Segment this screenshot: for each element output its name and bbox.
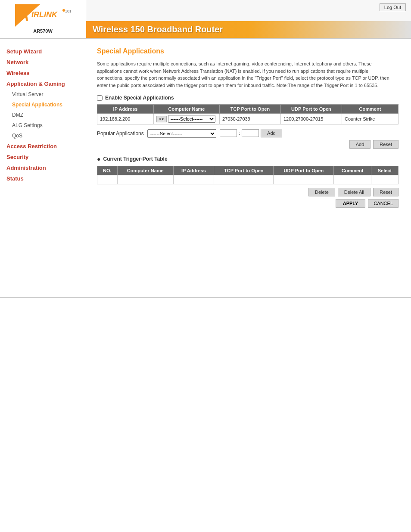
header-right: Log Out Wireless 150 Broadband Router	[86, 0, 411, 38]
enable-label[interactable]: Enable Special Applications	[105, 95, 174, 101]
logo-area: A IRLINK 101 AR570W	[0, 0, 86, 38]
bullet-icon: ●	[97, 156, 100, 162]
delete-button[interactable]: Delete	[308, 188, 335, 196]
trigger-col-name: Computer Name	[117, 166, 173, 175]
popular-select[interactable]: ------Select------ Counter Strike FTP HT…	[147, 129, 216, 138]
header-top-bar: Log Out	[91, 3, 406, 11]
popular-row: Popular Applications ------Select------ …	[97, 129, 399, 138]
sidebar-item-security[interactable]: Security	[0, 152, 86, 162]
cancel-button[interactable]: CANCEL	[368, 199, 399, 208]
header-title: Wireless 150 Broadband Router	[93, 25, 405, 34]
trigger-cell	[97, 175, 118, 184]
add-field-input2[interactable]	[242, 129, 259, 137]
footer	[0, 297, 411, 310]
trigger-col-udp: UDP Port to Open	[274, 166, 334, 175]
ip-cell: 192.168.2.200	[97, 114, 154, 124]
trigger-title-text: Current Trigger-Port Table	[103, 156, 167, 162]
trigger-cell	[214, 175, 274, 184]
reset-button[interactable]: Reset	[373, 140, 399, 149]
popular-label: Popular Applications	[97, 131, 144, 137]
trigger-col-ip: IP Address	[173, 166, 214, 175]
action-row: Add Reset	[97, 140, 399, 149]
trigger-cell	[274, 175, 334, 184]
add-field-separator: :	[239, 130, 240, 136]
add-field-input[interactable]	[220, 129, 237, 137]
comment-cell: Counter Strike	[342, 114, 398, 124]
reset-trigger-button[interactable]: Reset	[373, 188, 399, 196]
col-comment: Comment	[342, 105, 398, 114]
sidebar-section: Setup Wizard Network Wireless Applicatio…	[0, 46, 86, 184]
col-computer-name: Computer Name	[154, 105, 220, 114]
main-layout: Setup Wizard Network Wireless Applicatio…	[0, 39, 411, 297]
airlink-logo: A IRLINK 101	[15, 4, 71, 27]
add-action-button[interactable]: Add	[349, 140, 371, 149]
svg-text:101: 101	[65, 9, 71, 13]
sidebar-item-special-applications[interactable]: Special Applications	[0, 100, 86, 110]
trigger-cell	[173, 175, 214, 184]
delete-all-button[interactable]: Delete All	[338, 188, 371, 196]
computer-name-cell: << ------Select------	[154, 114, 220, 124]
sidebar-item-access-restriction[interactable]: Access Restriction	[0, 141, 86, 152]
trigger-col-no: NO.	[97, 166, 118, 175]
sidebar-item-dmz[interactable]: DMZ	[0, 110, 86, 120]
trigger-empty-row	[97, 175, 399, 184]
enable-row: Enable Special Applications	[97, 95, 400, 101]
trigger-cell	[371, 175, 398, 184]
content-area: Special Applications Some applications r…	[86, 39, 411, 297]
col-udp: UDP Port to Open	[280, 105, 342, 114]
svg-text:IRLINK: IRLINK	[31, 10, 58, 19]
top-header: A IRLINK 101 AR570W Log Out Wireless 150…	[0, 0, 411, 39]
trigger-cell	[117, 175, 173, 184]
trigger-col-select: Select	[371, 166, 398, 175]
sidebar-item-network[interactable]: Network	[0, 57, 86, 68]
udp-cell: 1200,27000-27015	[280, 114, 342, 124]
trigger-table: NO. Computer Name IP Address TCP Port to…	[97, 166, 399, 184]
sidebar-item-status[interactable]: Status	[0, 173, 86, 184]
sidebar-item-app-gaming[interactable]: Application & Gaming	[0, 78, 86, 89]
computer-name-select[interactable]: ------Select------	[168, 115, 215, 123]
trigger-col-tcp: TCP Port to Open	[214, 166, 274, 175]
sidebar-item-wireless[interactable]: Wireless	[0, 68, 86, 78]
sidebar-item-setup-wizard[interactable]: Setup Wizard	[0, 46, 86, 57]
sidebar-item-alg-settings[interactable]: ALG Settings	[0, 120, 86, 131]
logo-container: A IRLINK 101 AR570W	[15, 4, 71, 34]
svg-text:A: A	[18, 7, 29, 24]
logout-button[interactable]: Log Out	[380, 3, 406, 11]
page-description: Some applications require multiple conne…	[97, 60, 390, 89]
col-ip: IP Address	[97, 105, 154, 114]
delete-row: Delete Delete All Reset	[97, 188, 399, 196]
back-button[interactable]: <<	[156, 116, 167, 122]
page-title: Special Applications	[97, 47, 400, 55]
add-button[interactable]: Add	[261, 129, 282, 137]
trigger-col-comment: Comment	[334, 166, 371, 175]
sidebar-item-qos[interactable]: QoS	[0, 131, 86, 141]
trigger-cell	[334, 175, 371, 184]
trigger-section-title: ● Current Trigger-Port Table	[97, 156, 400, 162]
col-tcp: TCP Port to Open	[219, 105, 280, 114]
header-title-area: Wireless 150 Broadband Router	[86, 21, 411, 38]
sidebar-item-administration[interactable]: Administration	[0, 162, 86, 173]
enable-checkbox[interactable]	[97, 95, 103, 101]
apply-button[interactable]: APPLY	[336, 199, 366, 208]
tcp-cell: 27030-27039	[219, 114, 280, 124]
app-table: IP Address Computer Name TCP Port to Ope…	[97, 104, 399, 124]
table-row: 192.168.2.200 << ------Select------ 2703…	[97, 114, 399, 124]
add-field-row: : Add	[220, 129, 282, 137]
apply-row: APPLY CANCEL	[97, 199, 399, 208]
sidebar-item-virtual-server[interactable]: Virtual Server	[0, 89, 86, 100]
sidebar: Setup Wizard Network Wireless Applicatio…	[0, 39, 86, 297]
model-name: AR570W	[33, 28, 53, 34]
